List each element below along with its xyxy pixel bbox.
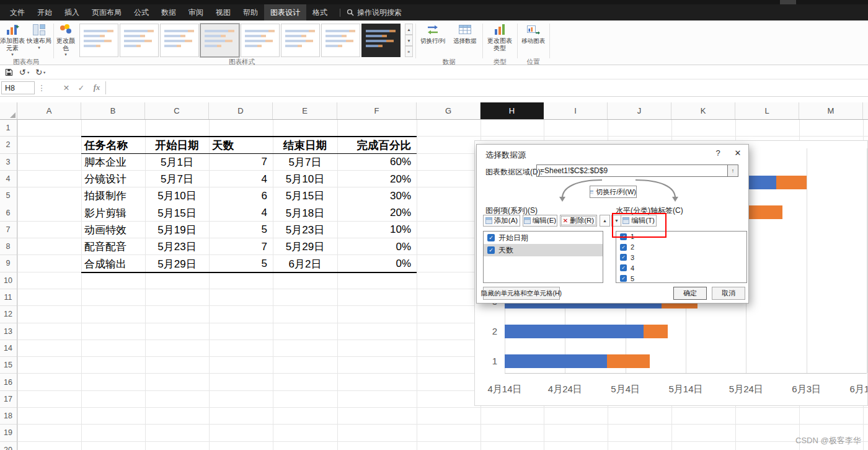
list-item[interactable]: ✓2 (616, 242, 746, 253)
column-header-L[interactable]: L (735, 102, 799, 119)
switch-row-column-button[interactable]: 切换行/列 (418, 22, 448, 58)
tell-me-search[interactable]: 操作说明搜索 (347, 7, 402, 18)
column-header-A[interactable]: A (17, 102, 81, 119)
row-header-11[interactable]: 11 (0, 289, 16, 306)
column-header-E[interactable]: E (273, 102, 337, 119)
column-header-D[interactable]: D (209, 102, 273, 119)
row-header-10[interactable]: 10 (0, 272, 16, 289)
undo-button[interactable]: ↺▾ (19, 68, 29, 77)
change-colors-button[interactable]: 更改颜色 ▾ (55, 22, 77, 58)
bar-segment-duration[interactable] (776, 176, 807, 189)
checkbox-checked-icon[interactable]: ✓ (620, 254, 627, 261)
bar-segment-duration[interactable] (607, 354, 649, 368)
column-header-K[interactable]: K (671, 102, 735, 119)
row-header-4[interactable]: 4 (0, 171, 16, 187)
row-header-12[interactable]: 12 (0, 306, 16, 323)
tab-图表设计[interactable]: 图表设计 (264, 4, 306, 20)
ok-button[interactable]: 确定 (673, 287, 707, 300)
tab-文件[interactable]: 文件 (4, 4, 31, 20)
checkbox-checked-icon[interactable]: ✓ (487, 246, 495, 254)
row-header-17[interactable]: 17 (0, 391, 16, 408)
titlebar-button[interactable] (780, 0, 796, 4)
chart-style-thumbnail[interactable] (160, 24, 199, 57)
row-header-20[interactable]: 20 (0, 442, 16, 450)
row-header-16[interactable]: 16 (0, 374, 16, 391)
column-header-H[interactable]: H (480, 102, 544, 119)
tab-视图[interactable]: 视图 (210, 4, 237, 20)
chart-style-thumbnail[interactable] (79, 24, 118, 57)
redo-button[interactable]: ↻▾ (35, 68, 45, 77)
column-header-I[interactable]: I (544, 102, 608, 119)
cancel-button[interactable]: 取消 (712, 287, 745, 300)
series-list[interactable]: ✓开始日期✓天数 (483, 231, 603, 283)
row-header-18[interactable]: 18 (0, 408, 16, 425)
row-header-8[interactable]: 8 (0, 238, 16, 255)
axis-labels-list[interactable]: ✓1✓2✓3✓4✓5 (616, 231, 747, 283)
chart-style-thumbnail[interactable] (281, 24, 320, 57)
name-box[interactable]: H8 (1, 81, 35, 94)
gallery-more-button[interactable]: ≡ (405, 46, 413, 57)
add-chart-element-button[interactable]: 添加图表元素 ▾ (0, 22, 25, 58)
list-item[interactable]: ✓5 (616, 273, 746, 283)
row-header-9[interactable]: 9 (0, 255, 16, 272)
row-header-3[interactable]: 3 (0, 154, 16, 171)
close-icon[interactable]: ✕ (731, 148, 745, 158)
bar-segment-start-date[interactable] (505, 325, 644, 338)
tab-开始[interactable]: 开始 (31, 4, 58, 20)
list-item[interactable]: ✓天数 (484, 244, 603, 256)
add-series-button[interactable]: 添加(A) (483, 215, 520, 227)
column-header-F[interactable]: F (337, 102, 417, 119)
checkbox-checked-icon[interactable]: ✓ (620, 275, 627, 282)
row-header-2[interactable]: 2 (0, 137, 16, 153)
chart-range-input[interactable]: =Sheet1!$C$2:$D$9 ↑ (536, 164, 738, 177)
row-header-19[interactable]: 19 (0, 425, 16, 441)
select-data-button[interactable]: 选择数据 (450, 22, 480, 58)
row-header-13[interactable]: 13 (0, 323, 16, 340)
list-item[interactable]: ✓开始日期 (484, 232, 603, 244)
move-series-up-button[interactable]: ▲ (600, 215, 610, 227)
checkbox-checked-icon[interactable]: ✓ (487, 234, 495, 241)
bar-segment-start-date[interactable] (505, 354, 607, 368)
quick-layout-button[interactable]: 快速布局 ▾ (26, 22, 52, 58)
column-header-M[interactable]: M (799, 102, 863, 119)
insert-function-icon[interactable]: fx (89, 81, 104, 94)
gallery-scroll-up[interactable]: ▲ (405, 24, 413, 35)
range-picker-icon[interactable]: ↑ (727, 165, 738, 176)
help-icon[interactable]: ? (711, 148, 725, 158)
formula-input[interactable] (105, 81, 867, 94)
tab-数据[interactable]: 数据 (155, 4, 182, 20)
gallery-scroll-down[interactable]: ▼ (405, 35, 413, 46)
list-item[interactable]: ✓3 (616, 253, 746, 263)
hidden-cells-button[interactable]: 隐藏的单元格和空单元格(H) (483, 287, 560, 300)
tab-页面布局[interactable]: 页面布局 (86, 4, 128, 20)
tab-审阅[interactable]: 审阅 (182, 4, 210, 20)
chart-style-thumbnail[interactable] (120, 24, 159, 57)
select-all-corner[interactable] (0, 102, 17, 120)
chart-style-thumbnail[interactable] (200, 24, 239, 57)
column-header-J[interactable]: J (608, 102, 671, 119)
row-header-5[interactable]: 5 (0, 187, 16, 204)
edit-series-button[interactable]: 编辑(E) (523, 215, 557, 227)
confirm-entry-icon[interactable]: ✓ (74, 81, 88, 94)
row-header-1[interactable]: 1 (0, 120, 16, 137)
switch-row-col-button[interactable]: 切换行/列(W) (590, 186, 637, 198)
checkbox-checked-icon[interactable]: ✓ (620, 264, 627, 271)
tab-帮助[interactable]: 帮助 (237, 4, 264, 20)
save-button[interactable] (5, 68, 13, 76)
chart-style-thumbnail[interactable] (361, 24, 401, 57)
tab-插入[interactable]: 插入 (58, 4, 86, 20)
bar-segment-duration[interactable] (644, 325, 668, 338)
column-header-B[interactable]: B (81, 102, 145, 119)
row-header-6[interactable]: 6 (0, 205, 16, 222)
chart-style-thumbnail[interactable] (321, 24, 360, 57)
tab-格式[interactable]: 格式 (306, 4, 334, 20)
cancel-entry-icon[interactable]: ✕ (60, 81, 73, 94)
chart-style-thumbnail[interactable] (241, 24, 280, 57)
column-header-C[interactable]: C (145, 102, 209, 119)
row-header-7[interactable]: 7 (0, 222, 16, 238)
checkbox-checked-icon[interactable]: ✓ (620, 244, 627, 251)
change-chart-type-button[interactable]: 更改图表类型 (485, 22, 515, 58)
row-header-15[interactable]: 15 (0, 357, 16, 374)
row-header-14[interactable]: 14 (0, 340, 16, 357)
list-item[interactable]: ✓4 (616, 263, 746, 273)
